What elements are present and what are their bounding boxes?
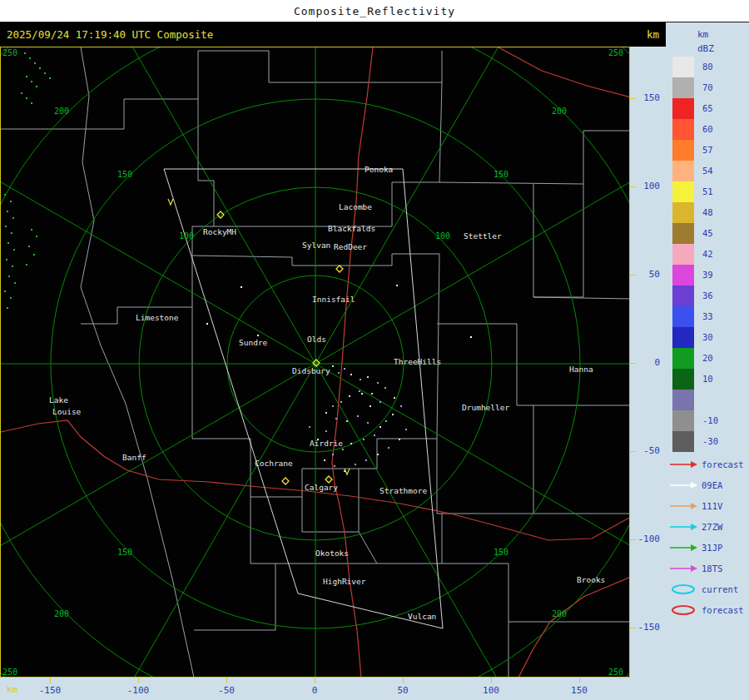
dbz-scale-label [702, 390, 727, 410]
x-axis-label: 50 [384, 685, 421, 696]
city-label: Olds [307, 335, 326, 344]
precip-echo [399, 439, 400, 440]
window-titlebar[interactable]: Composite_Reflectivity [0, 0, 749, 22]
dbz-scale-row: 65 [672, 98, 727, 119]
radar-site-marker[interactable] [325, 476, 332, 483]
radar-map[interactable]: 2502001501001001502002501502002501502002… [0, 47, 630, 678]
highway-line [518, 577, 629, 677]
range-label: 150 [117, 170, 132, 179]
legend-item: 09EA [669, 474, 744, 495]
clutter-echo [6, 259, 7, 261]
arrow-icon [669, 479, 699, 491]
county-boundary [81, 99, 214, 324]
county-boundary [533, 184, 583, 297]
legend-item: 18TS [669, 558, 744, 578]
town-dot [470, 336, 472, 338]
clutter-echo [4, 290, 6, 292]
city-label: Sundre [239, 338, 268, 347]
radar-site-marker[interactable] [282, 478, 289, 484]
legend-label: forecast [702, 605, 744, 615]
city-label: Stettler [464, 231, 502, 241]
town-dot [241, 286, 242, 288]
radar-map-canvas[interactable]: 2502001501001001502002501502002501502002… [1, 47, 629, 677]
city-label: Ponoka [365, 165, 393, 174]
dbz-scale-row: 70 [672, 77, 727, 98]
clutter-echo [26, 264, 27, 266]
precip-echo [342, 449, 344, 450]
dbz-scale-label: 48 [702, 202, 727, 223]
clutter-echo [31, 229, 32, 231]
dbz-scale-row: -10 [672, 410, 727, 431]
dbz-color-cell [672, 202, 694, 223]
clutter-echo [31, 81, 32, 82]
city-label: Okotoks [315, 549, 349, 558]
radar-site-marker[interactable] [336, 266, 343, 272]
clutter-echo [39, 67, 41, 69]
map-legend: forecast09EA111V27ZW31JP18TScurrentforec… [669, 454, 744, 620]
x-axis-label: -150 [32, 685, 68, 696]
legend-label: 31JP [702, 543, 722, 553]
dbz-scale-label: 57 [702, 140, 727, 161]
range-label: 250 [608, 48, 623, 57]
arrow-icon [669, 542, 699, 554]
precip-echo [370, 405, 371, 407]
precip-echo [367, 376, 369, 378]
dbz-scale-label: 70 [702, 77, 727, 98]
clutter-echo [44, 72, 46, 74]
vector-marker [345, 469, 350, 474]
precip-echo [377, 454, 379, 455]
dbz-color-cell [672, 431, 694, 452]
timestamp-label: 2025/09/24 17:19:40 UTC Composite [7, 28, 213, 41]
dbz-scale-row: -30 [672, 431, 727, 452]
dbz-colorbar: 80706560575451484542393633302010-10-30 [672, 57, 727, 452]
precip-echo [332, 365, 334, 367]
legend-item: 31JP [669, 537, 744, 558]
city-label: RockyMH [203, 227, 236, 236]
dbz-color-cell [672, 348, 694, 369]
dbz-scale-row: 33 [672, 306, 727, 327]
dbz-color-cell [672, 369, 694, 390]
city-label: Didsbury [292, 366, 330, 375]
county-boundary [442, 563, 508, 677]
clutter-echo [10, 201, 12, 202]
dbz-color-cell [672, 119, 694, 140]
clutter-echo [5, 226, 7, 227]
dbz-color-cell [672, 77, 694, 98]
precip-echo [405, 429, 407, 430]
dbz-scale-row: 20 [672, 348, 727, 369]
y-axis-label: 50 [635, 269, 660, 280]
range-label: 150 [117, 548, 132, 557]
y-axis-label: -50 [635, 445, 660, 456]
scan-coverage-outline [164, 169, 443, 628]
range-label: 250 [2, 48, 17, 57]
clutter-echo [11, 232, 12, 234]
city-label: Airdrie [310, 439, 343, 448]
city-label: Vulcan [408, 612, 436, 621]
city-label: Lacombe [339, 202, 372, 211]
x-axis-tick [403, 678, 404, 683]
clutter-echo [26, 76, 27, 77]
precip-echo [394, 397, 395, 399]
dbz-scale-row: 39 [672, 265, 727, 285]
precip-echo [355, 464, 356, 465]
clutter-echo [10, 297, 12, 299]
clutter-echo [4, 194, 6, 196]
dbz-scale-row: 30 [672, 327, 727, 348]
precip-echo [359, 390, 360, 392]
city-label: Louise [52, 407, 82, 416]
city-label: Drumheller [462, 403, 509, 412]
dbz-scale-label: 30 [702, 327, 727, 348]
dbz-color-cell [672, 306, 694, 327]
precip-echo [384, 387, 386, 389]
dbz-scale-row [672, 390, 727, 410]
legend-label: 18TS [702, 563, 722, 573]
x-axis-label: 100 [473, 685, 509, 696]
window-title: Composite_Reflectivity [294, 5, 455, 17]
precip-echo [309, 426, 310, 428]
dbz-scale-label: 20 [702, 348, 727, 369]
precip-echo [392, 414, 394, 415]
precip-echo [346, 420, 348, 422]
precip-echo [357, 415, 359, 417]
sidebar: km dBZ 80706560575451484542393633302010-… [666, 22, 749, 700]
town-dot [206, 323, 208, 325]
